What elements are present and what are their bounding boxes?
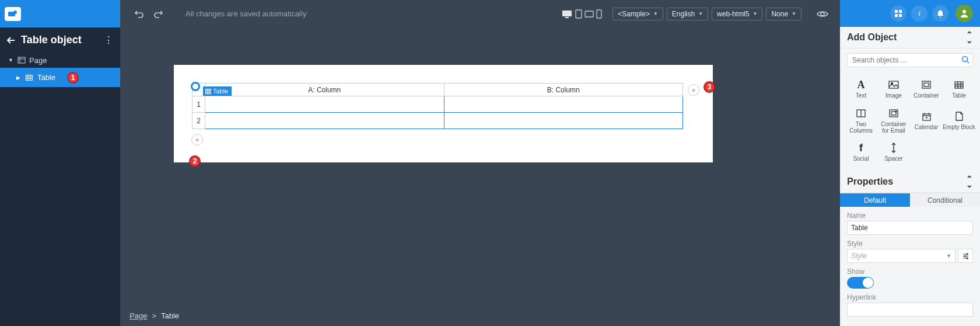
svg-point-9	[821, 12, 824, 16]
style-select[interactable]: Style▼	[847, 249, 956, 263]
object-spacer[interactable]: Spacer	[877, 137, 910, 167]
callout-2: 2	[189, 155, 201, 167]
tree-item-label: Page	[29, 56, 47, 65]
svg-rect-14	[899, 14, 902, 17]
name-label: Name	[847, 211, 973, 220]
target-select[interactable]: web-html5▼	[712, 8, 762, 20]
device-tablet-portrait-icon[interactable]	[575, 9, 582, 19]
undo-button[interactable]	[132, 6, 147, 22]
show-toggle[interactable]	[847, 277, 874, 289]
sample-select[interactable]: <Sample>▼	[612, 8, 663, 20]
language-select[interactable]: English▼	[667, 8, 708, 20]
svg-point-17	[963, 57, 968, 62]
app-logo[interactable]	[5, 7, 21, 21]
svg-rect-10	[206, 89, 211, 93]
more-icon[interactable]: ⋮	[104, 34, 113, 46]
add-object-panel-title: Add Object ⌃⌄	[840, 27, 980, 48]
tree-item-table[interactable]: ▶ Table 1	[0, 68, 120, 87]
object-container-email[interactable]: Container for Email	[877, 106, 910, 135]
redo-button[interactable]	[150, 6, 166, 22]
topbar: All changes are saved automatically <Sam…	[120, 0, 840, 27]
app-logo-bar	[0, 0, 120, 27]
cell-b1[interactable]	[444, 96, 683, 113]
tree-item-label: Table	[37, 73, 55, 82]
hyperlink-label: Hyperlink	[847, 293, 973, 301]
svg-rect-6	[576, 10, 582, 18]
back-icon[interactable]	[7, 37, 15, 44]
object-social[interactable]: fSocial	[845, 137, 877, 167]
page-canvas[interactable]: Table A: Column B: Column 1	[174, 65, 713, 162]
svg-rect-20	[922, 81, 930, 88]
bell-icon[interactable]	[932, 5, 949, 22]
collapse-icon[interactable]: ⌃⌄	[966, 32, 973, 43]
callout-1: 1	[67, 72, 79, 84]
add-row-button[interactable]: +	[191, 134, 203, 145]
cell-b2[interactable]	[444, 113, 683, 129]
style-settings-button[interactable]	[958, 249, 973, 263]
tree-item-page[interactable]: ▼ Page	[0, 53, 120, 68]
selection-handle[interactable]	[191, 82, 200, 91]
properties-tabs: Default Conditional	[840, 193, 980, 207]
callout-3: 3	[704, 81, 715, 93]
svg-rect-18	[889, 81, 898, 88]
user-avatar[interactable]	[956, 5, 973, 22]
object-two-columns[interactable]: Two Columns	[845, 106, 877, 135]
device-tablet-landscape-icon[interactable]	[584, 11, 594, 18]
collapse-icon[interactable]: ⌃⌄	[966, 176, 973, 188]
object-title-bar: Table object ⋮	[0, 27, 120, 53]
object-text[interactable]: AText	[845, 74, 877, 103]
svg-rect-4	[562, 11, 572, 16]
hyperlink-input[interactable]	[847, 303, 973, 317]
tab-conditional[interactable]: Conditional	[910, 193, 980, 207]
svg-rect-2	[18, 57, 25, 63]
svg-rect-8	[597, 10, 601, 18]
device-phone-icon[interactable]	[596, 9, 602, 19]
svg-point-30	[966, 257, 968, 259]
canvas-area[interactable]: Table A: Column B: Column 1	[120, 27, 840, 305]
theme-select[interactable]: None▼	[766, 8, 802, 20]
add-column-button[interactable]: +	[688, 84, 699, 96]
object-grid: AText Image Container Table Two Columns …	[840, 72, 980, 171]
caret-down-icon: ▼	[8, 57, 14, 63]
svg-point-29	[964, 255, 965, 257]
table-icon	[26, 75, 34, 81]
info-icon[interactable]: i	[911, 5, 928, 22]
svg-point-1	[13, 11, 17, 14]
svg-rect-22	[955, 82, 963, 88]
top-actions: i	[840, 0, 980, 27]
search-input[interactable]	[847, 53, 973, 67]
name-input[interactable]	[847, 221, 973, 235]
svg-rect-5	[565, 17, 569, 18]
breadcrumb-page[interactable]: Page	[130, 311, 147, 320]
row-header-2[interactable]: 2	[192, 113, 205, 129]
column-header-b[interactable]: B: Column	[444, 84, 683, 96]
table-badge[interactable]: Table	[203, 86, 232, 96]
apps-icon[interactable]	[890, 5, 907, 22]
svg-point-26	[895, 111, 897, 112]
autosave-status: All changes are saved automatically	[186, 9, 306, 18]
svg-rect-7	[585, 11, 593, 17]
svg-point-28	[966, 253, 968, 255]
object-empty-block[interactable]: Empty Block	[943, 106, 975, 135]
object-container[interactable]: Container	[910, 74, 943, 103]
cell-a1[interactable]	[205, 96, 444, 113]
object-table[interactable]: Table	[943, 74, 975, 103]
preview-icon[interactable]	[817, 10, 828, 18]
svg-rect-3	[26, 75, 33, 80]
svg-point-16	[963, 10, 966, 13]
breadcrumb-sep: >	[152, 311, 156, 320]
cell-a2[interactable]	[205, 113, 444, 129]
column-header-a[interactable]: A: Column	[205, 84, 444, 96]
tab-default[interactable]: Default	[840, 193, 910, 207]
table-object[interactable]: Table A: Column B: Column 1	[192, 83, 683, 129]
object-image[interactable]: Image	[877, 74, 910, 103]
breadcrumb-current: Table	[161, 311, 179, 320]
row-header-1[interactable]: 1	[192, 96, 205, 113]
device-desktop-icon[interactable]	[561, 9, 573, 19]
properties-panel-title: Properties ⌃⌄	[840, 171, 980, 193]
search-icon[interactable]	[961, 56, 970, 64]
object-calendar[interactable]: Calendar	[910, 106, 943, 135]
svg-point-15	[940, 16, 941, 18]
svg-rect-21	[924, 83, 929, 86]
show-label: Show	[847, 268, 973, 276]
